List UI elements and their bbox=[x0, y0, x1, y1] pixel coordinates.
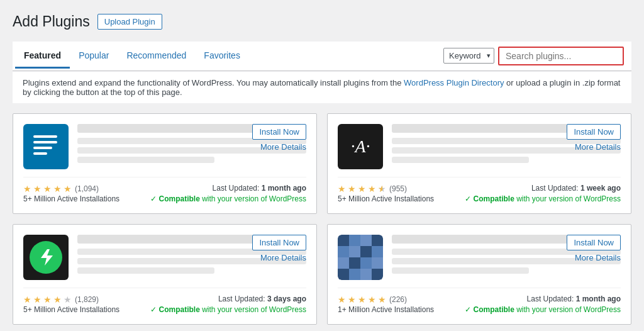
star-4-5: ★ bbox=[378, 295, 387, 304]
compatible-4: Compatible with your version of WordPres… bbox=[465, 305, 621, 314]
more-details-link-1[interactable]: More Details bbox=[260, 142, 306, 152]
plugin-actions-1: Install Now More Details bbox=[252, 124, 306, 152]
star-3-5: ★ bbox=[64, 295, 72, 304]
svg-rect-0 bbox=[33, 135, 57, 138]
plugin-card-bottom-1: ★ ★ ★ ★ ★ (1,094) 5+ Million Active Inst… bbox=[23, 177, 306, 203]
more-details-link-4[interactable]: More Details bbox=[575, 253, 621, 262]
plugin-desc-blur-2c bbox=[392, 157, 529, 163]
search-area: Keyword Author Tag bbox=[436, 42, 631, 70]
ratings-count-4: (226) bbox=[389, 295, 407, 304]
star-3-2: ★ bbox=[33, 295, 42, 304]
mosaic-icon bbox=[338, 235, 383, 280]
svg-rect-2 bbox=[33, 147, 52, 149]
plugin-desc-blur-4c bbox=[392, 267, 529, 274]
plugin-icon-4 bbox=[338, 235, 383, 280]
star-1-1: ★ bbox=[23, 184, 32, 193]
plugin-icon-2: ·A· bbox=[338, 124, 383, 169]
plugin-card-2: ·A· Install Now More Details ★ ★ bbox=[327, 113, 631, 214]
install-button-3[interactable]: Install Now bbox=[252, 235, 306, 250]
star-1-3: ★ bbox=[43, 184, 52, 193]
plugin-meta-right-4: Last Updated: 1 month ago Compatible wit… bbox=[465, 295, 621, 314]
ratings-count-1: (1,094) bbox=[75, 184, 99, 193]
plugin-title-blur-3 bbox=[77, 235, 260, 244]
plugin-card-4: Install Now More Details ★ ★ ★ ★ ★ (226)… bbox=[327, 224, 631, 325]
installations-3: 5+ Million Active Installations bbox=[23, 305, 119, 314]
last-updated-3: Last Updated: 3 days ago bbox=[150, 295, 306, 303]
star-3-3: ★ bbox=[43, 295, 52, 304]
plugin-title-blur-1 bbox=[77, 124, 260, 133]
plugin-meta-left-3: ★ ★ ★ ★ ★ (1,829) 5+ Million Active Inst… bbox=[23, 295, 119, 314]
plugin-card-3: Install Now More Details ★ ★ ★ ★ ★ (1,82… bbox=[13, 224, 317, 325]
plugin-card-1: Install Now More Details ★ ★ ★ ★ ★ (1,09… bbox=[13, 113, 317, 214]
plugin-meta-right-3: Last Updated: 3 days ago Compatible with… bbox=[150, 295, 306, 314]
installations-4: 1+ Million Active Installations bbox=[338, 305, 434, 314]
plugin-card-bottom-3: ★ ★ ★ ★ ★ (1,829) 5+ Million Active Inst… bbox=[23, 288, 306, 314]
last-updated-4: Last Updated: 1 month ago bbox=[465, 295, 621, 303]
star-4-3: ★ bbox=[358, 295, 367, 304]
ratings-count-3: (1,829) bbox=[75, 295, 99, 304]
search-filter-select[interactable]: Keyword Author Tag bbox=[443, 48, 494, 64]
plugin-desc-blur-1c bbox=[77, 157, 214, 163]
ratings-count-2: (955) bbox=[389, 184, 407, 193]
plugin-title-blur-2 bbox=[392, 124, 575, 133]
plugin-meta-left-1: ★ ★ ★ ★ ★ (1,094) 5+ Million Active Inst… bbox=[23, 184, 119, 203]
plugin-stars-3: ★ ★ ★ ★ ★ (1,829) bbox=[23, 295, 119, 304]
star-4-1: ★ bbox=[338, 295, 347, 304]
upload-plugin-button[interactable]: Upload Plugin bbox=[97, 14, 162, 30]
plugin-title-blur-4 bbox=[392, 235, 575, 244]
plugin-actions-4: Install Now More Details bbox=[567, 235, 621, 262]
star-3-1: ★ bbox=[23, 295, 32, 304]
plugin-actions-3: Install Now More Details bbox=[252, 235, 306, 262]
star-2-5-half: ★★ bbox=[378, 184, 387, 193]
star-1-2: ★ bbox=[33, 184, 42, 193]
tab-recommended[interactable]: Recommended bbox=[118, 44, 195, 69]
star-1-4: ★ bbox=[53, 184, 62, 193]
star-2-4: ★ bbox=[368, 184, 377, 193]
compatible-3: Compatible with your version of WordPres… bbox=[150, 305, 306, 314]
star-4-4: ★ bbox=[368, 295, 377, 304]
tab-popular[interactable]: Popular bbox=[70, 44, 118, 69]
star-3-4: ★ bbox=[53, 295, 62, 304]
compatible-1: Compatible with your version of WordPres… bbox=[150, 194, 306, 203]
svg-rect-3 bbox=[33, 152, 47, 155]
install-button-2[interactable]: Install Now bbox=[567, 124, 621, 140]
plugin-actions-2: Install Now More Details bbox=[567, 124, 621, 152]
install-button-4[interactable]: Install Now bbox=[567, 235, 621, 250]
plugin-stars-2: ★ ★ ★ ★ ★★ (955) bbox=[338, 184, 434, 193]
plugin-meta-left-4: ★ ★ ★ ★ ★ (226) 1+ Million Active Instal… bbox=[338, 295, 434, 314]
installations-1: 5+ Million Active Installations bbox=[23, 194, 119, 203]
plugin-stars-1: ★ ★ ★ ★ ★ (1,094) bbox=[23, 184, 119, 193]
plugin-icon-1 bbox=[23, 124, 69, 169]
plugin-meta-right-1: Last Updated: 1 month ago Compatible wit… bbox=[150, 184, 306, 203]
last-updated-1: Last Updated: 1 month ago bbox=[150, 184, 306, 193]
plugins-grid: Install Now More Details ★ ★ ★ ★ ★ (1,09… bbox=[13, 113, 631, 325]
tab-favorites[interactable]: Favorites bbox=[195, 44, 249, 69]
more-details-link-2[interactable]: More Details bbox=[575, 142, 621, 152]
last-updated-2: Last Updated: 1 week ago bbox=[465, 184, 621, 193]
star-1-5: ★ bbox=[64, 184, 72, 193]
compatible-2: Compatible with your version of WordPres… bbox=[465, 194, 621, 203]
more-details-link-3[interactable]: More Details bbox=[260, 253, 306, 262]
plugin-stars-4: ★ ★ ★ ★ ★ (226) bbox=[338, 295, 434, 304]
install-button-1[interactable]: Install Now bbox=[252, 124, 306, 140]
search-input[interactable] bbox=[498, 47, 624, 65]
bolt-circle bbox=[30, 241, 62, 274]
plugin-desc-blur-3c bbox=[77, 267, 214, 274]
svg-rect-1 bbox=[33, 141, 57, 143]
nav-tabs-bar: Featured Popular Recommended Favorites K… bbox=[13, 42, 631, 71]
star-2-2: ★ bbox=[348, 184, 357, 193]
star-4-2: ★ bbox=[348, 295, 357, 304]
page-title: Add Plugins bbox=[13, 13, 90, 31]
plugin-icon-3 bbox=[23, 235, 69, 280]
plugin-meta-right-2: Last Updated: 1 week ago Compatible with… bbox=[465, 184, 621, 203]
nav-tabs: Featured Popular Recommended Favorites bbox=[13, 44, 249, 68]
plugin-card-bottom-4: ★ ★ ★ ★ ★ (226) 1+ Million Active Instal… bbox=[338, 288, 621, 314]
plugin-directory-link[interactable]: WordPress Plugin Directory bbox=[404, 78, 504, 87]
plugin-meta-left-2: ★ ★ ★ ★ ★★ (955) 5+ Million Active Insta… bbox=[338, 184, 434, 203]
plugin-card-bottom-2: ★ ★ ★ ★ ★★ (955) 5+ Million Active Insta… bbox=[338, 177, 621, 203]
tab-featured[interactable]: Featured bbox=[15, 44, 70, 69]
star-2-1: ★ bbox=[338, 184, 347, 193]
description-bar: Plugins extend and expand the functional… bbox=[13, 71, 631, 103]
star-2-3: ★ bbox=[358, 184, 367, 193]
search-filter-wrapper: Keyword Author Tag bbox=[443, 48, 494, 64]
